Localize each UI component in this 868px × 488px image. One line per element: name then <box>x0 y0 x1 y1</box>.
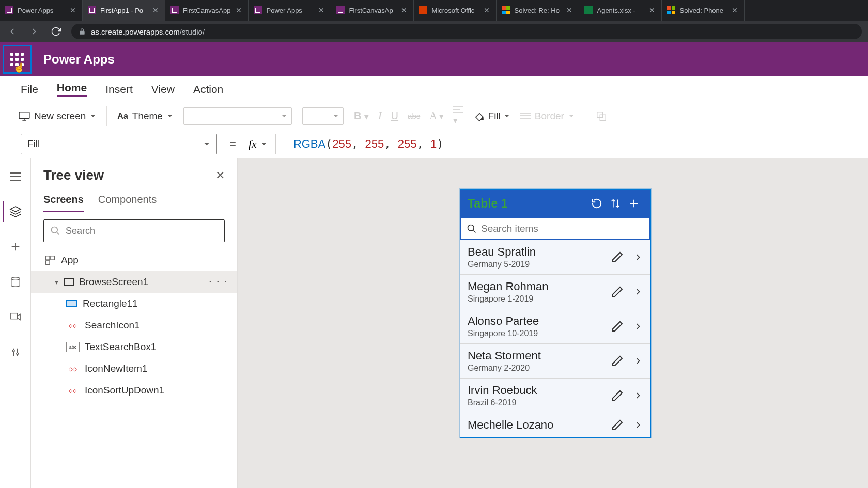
pencil-icon <box>611 355 624 367</box>
close-tab-button[interactable]: ✕ <box>400 6 408 15</box>
close-panel-button[interactable]: ✕ <box>215 169 225 182</box>
refresh-button[interactable] <box>587 194 606 213</box>
expand-toggle[interactable]: ▾ <box>55 278 58 286</box>
list-item[interactable]: Megan RohmanSingapore 1-2019 <box>460 275 650 309</box>
browser-tab[interactable]: Solved: Phone✕ <box>662 0 745 21</box>
edit-button[interactable] <box>611 286 624 298</box>
navigate-button[interactable] <box>633 419 643 431</box>
tab-title: FirstCanvasAp <box>349 7 396 14</box>
tree-node-label: SearchIcon1 <box>85 320 140 331</box>
back-button[interactable] <box>6 25 19 38</box>
more-button[interactable]: · · · <box>209 276 228 288</box>
tree-node-control[interactable]: ◇◇IconNewItem1 <box>31 358 237 380</box>
close-tab-button[interactable]: ✕ <box>483 6 491 15</box>
app-canvas[interactable]: Table 1 Beau SpratlinGermany 5-2019Megan… <box>238 158 868 488</box>
add-button[interactable] <box>625 194 643 213</box>
edit-button[interactable] <box>611 251 624 263</box>
ribbon-tab-home[interactable]: Home <box>57 82 87 97</box>
browser-tab[interactable]: Power Apps✕ <box>249 0 331 21</box>
close-tab-button[interactable]: ✕ <box>565 6 574 15</box>
tree-node-screen[interactable]: ▾ BrowseScreen1 · · · <box>31 271 237 293</box>
tools-rail-button[interactable] <box>5 342 26 363</box>
preview-search[interactable] <box>460 217 650 240</box>
preview-search-input[interactable] <box>481 223 644 234</box>
browser-tab[interactable]: Solved: Re: Ho✕ <box>497 0 579 21</box>
address-bar[interactable]: as.create.powerapps.com/studio/ <box>71 24 862 39</box>
insert-rail-button[interactable] <box>5 237 26 257</box>
font-dropdown[interactable] <box>183 107 292 125</box>
treeview-rail-button[interactable] <box>3 201 23 222</box>
browser-tab[interactable]: FirstApp1 - Po✕ <box>83 0 165 21</box>
tree-search-box[interactable] <box>43 219 225 242</box>
forward-button[interactable] <box>28 25 40 38</box>
tab-title: Solved: Phone <box>679 7 726 14</box>
sort-button[interactable] <box>606 194 625 213</box>
data-rail-button[interactable] <box>5 272 26 292</box>
tree-node-control[interactable]: ◇◇IconSortUpDown1 <box>31 380 237 401</box>
app-launcher-button[interactable]: ☝ <box>3 45 32 74</box>
ribbon-tab-file[interactable]: File <box>21 83 38 96</box>
align-button[interactable]: ▾ <box>453 106 463 126</box>
tree-node-control[interactable]: ◇◇SearchIcon1 <box>31 314 237 336</box>
item-name: Beau Spratlin <box>468 245 611 259</box>
ribbon-tab-action[interactable]: Action <box>193 83 223 96</box>
tree-tab-components[interactable]: Components <box>98 188 157 212</box>
formula-input[interactable]: RGBA(255, 255, 255, 1) <box>293 137 444 151</box>
reorder-button[interactable] <box>596 111 607 122</box>
browser-tab[interactable]: Power Apps✕ <box>0 0 83 21</box>
browser-tab[interactable]: Agents.xlsx - ✕ <box>579 0 662 21</box>
tab-title: Power Apps <box>266 7 313 14</box>
sort-icon <box>610 198 621 209</box>
fill-button[interactable]: Fill <box>474 111 510 122</box>
edit-button[interactable] <box>611 320 624 333</box>
navigate-button[interactable] <box>633 320 643 333</box>
font-color-button[interactable]: A ▾ <box>429 110 443 122</box>
close-tab-button[interactable]: ✕ <box>731 6 739 15</box>
close-tab-button[interactable]: ✕ <box>317 6 326 15</box>
list-item[interactable]: Mechelle Lozano <box>460 413 650 437</box>
tree-node-control[interactable]: abcTextSearchBox1 <box>31 336 237 358</box>
fx-button[interactable]: fx <box>249 137 267 151</box>
close-tab-button[interactable]: ✕ <box>69 6 77 15</box>
browser-tab[interactable]: Microsoft Offic✕ <box>414 0 497 21</box>
border-button[interactable]: Border <box>520 111 575 122</box>
tree-tab-screens[interactable]: Screens <box>43 188 84 212</box>
new-screen-button[interactable]: New screen <box>19 111 96 122</box>
tree-node-control[interactable]: Rectangle11 <box>31 293 237 314</box>
theme-button[interactable]: Aa Theme <box>117 111 173 122</box>
navigate-button[interactable] <box>633 251 643 263</box>
list-item[interactable]: Irvin RoebuckBrazil 6-2019 <box>460 379 650 413</box>
browser-tab[interactable]: FirstCanvasAp✕ <box>331 0 414 21</box>
border-label: Border <box>535 111 564 122</box>
navigate-button[interactable] <box>633 355 643 367</box>
list-item[interactable]: Beau SpratlinGermany 5-2019 <box>460 240 650 275</box>
close-tab-button[interactable]: ✕ <box>235 6 243 15</box>
underline-button[interactable]: U <box>391 110 398 122</box>
close-tab-button[interactable]: ✕ <box>151 6 160 15</box>
edit-button[interactable] <box>611 355 624 367</box>
fontsize-dropdown[interactable] <box>302 107 344 125</box>
tree-search-input[interactable] <box>66 226 218 237</box>
close-tab-button[interactable]: ✕ <box>648 6 656 15</box>
group-icon: ◇◇ <box>66 320 80 330</box>
item-name: Irvin Roebuck <box>468 384 611 397</box>
tree-view-tabs: ScreensComponents <box>31 188 237 212</box>
list-item[interactable]: Alonso ParteeSingapore 10-2019 <box>460 309 650 344</box>
italic-button[interactable]: I <box>378 110 382 122</box>
item-subtitle: Brazil 6-2019 <box>468 398 611 407</box>
ribbon-tab-view[interactable]: View <box>151 83 175 96</box>
navigate-button[interactable] <box>633 389 643 402</box>
reload-button[interactable] <box>50 25 62 38</box>
tree-node-app[interactable]: App <box>31 249 237 271</box>
browser-tab[interactable]: FirstCanvasApp✕ <box>165 0 249 21</box>
strike-button[interactable]: abc <box>408 112 420 120</box>
navigate-button[interactable] <box>633 286 643 298</box>
property-selector[interactable]: Fill <box>21 134 217 154</box>
media-rail-button[interactable] <box>5 307 26 327</box>
list-item[interactable]: Neta StormentGermany 2-2020 <box>460 344 650 379</box>
ribbon-tab-insert[interactable]: Insert <box>105 83 133 96</box>
hamburger-button[interactable] <box>5 166 26 187</box>
edit-button[interactable] <box>611 389 624 402</box>
edit-button[interactable] <box>611 419 624 431</box>
bold-button[interactable]: B ▾ <box>354 110 369 122</box>
